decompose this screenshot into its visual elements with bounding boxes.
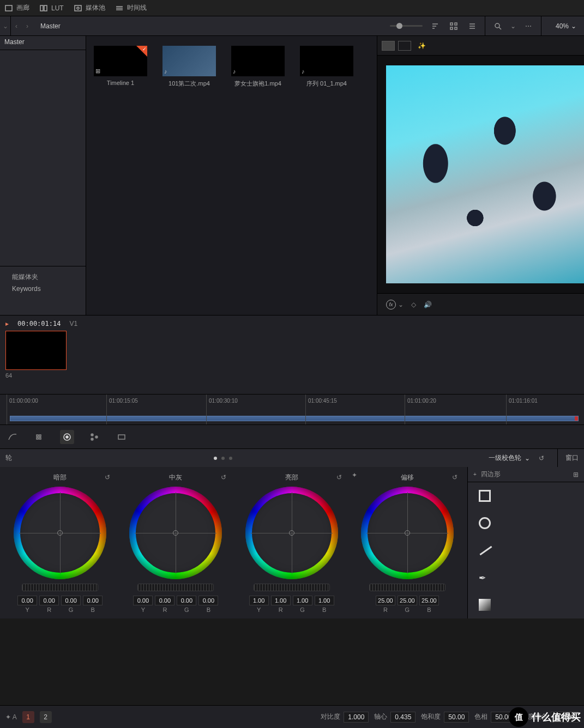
wheel-value[interactable]: 25.00 xyxy=(376,596,395,605)
bin-root[interactable]: Master xyxy=(0,36,86,50)
viewer-preview[interactable] xyxy=(377,56,584,293)
more-icon[interactable]: ⋯ xyxy=(522,20,534,32)
viewer-zoom[interactable]: 40% ⌄ xyxy=(553,22,579,30)
svg-rect-19 xyxy=(37,438,38,439)
timeline-tick: 01:00:00:00 xyxy=(7,395,38,424)
svg-point-24 xyxy=(95,436,98,438)
mediapool-tab[interactable]: 媒体池 xyxy=(74,3,105,13)
keywords-folder[interactable]: Keywords xyxy=(4,283,81,294)
selected-clip-thumb[interactable] xyxy=(5,331,67,370)
list-view-icon[interactable] xyxy=(466,20,478,32)
gallery-tab[interactable]: 画廊 xyxy=(4,3,29,13)
timeline-tick: 01:01:16:01 xyxy=(506,395,538,424)
page-2-button[interactable]: 2 xyxy=(40,711,52,723)
fx-bypass-icon[interactable]: fx xyxy=(386,300,396,310)
wheel-value[interactable]: 0.00 xyxy=(155,596,174,605)
clip-number: 64 xyxy=(5,372,579,379)
wheel-value[interactable]: 0.00 xyxy=(133,596,153,605)
color-wheel[interactable] xyxy=(361,487,454,579)
wheel-value[interactable]: 0.00 xyxy=(198,596,218,605)
magic-wand-icon[interactable]: ✨ xyxy=(418,42,426,50)
shape-label[interactable]: 四边形 xyxy=(481,470,501,479)
nodes-tab-icon[interactable] xyxy=(87,430,101,444)
curves-tab-icon[interactable] xyxy=(5,430,20,444)
color-wheel-2: 亮部↺✦1.00Y1.00R1.00G1.00B xyxy=(234,472,350,613)
jog-wheel[interactable] xyxy=(137,584,214,591)
clip-item[interactable]: ⊞Timeline 1 xyxy=(94,46,147,86)
sort-icon[interactable] xyxy=(429,20,441,32)
svg-rect-11 xyxy=(455,27,457,29)
color-wheel[interactable] xyxy=(14,487,106,579)
timeline-tab[interactable]: 时间线 xyxy=(115,3,147,13)
clip-name: 萝女士旗袍1.mp4 xyxy=(231,80,285,88)
color-wheel[interactable] xyxy=(245,487,338,579)
viewer-mode-b[interactable] xyxy=(398,41,411,51)
wheel-value[interactable]: 25.00 xyxy=(398,596,417,605)
rect-shape-tool[interactable] xyxy=(468,482,584,509)
lut-tab[interactable]: LUT xyxy=(39,4,64,13)
wheels-tab-icon[interactable] xyxy=(60,430,74,444)
reset-wheel-icon[interactable]: ↺ xyxy=(221,474,226,481)
svg-rect-17 xyxy=(37,435,38,436)
thumbnail-size-slider[interactable] xyxy=(390,25,423,27)
clip-item[interactable]: ♪萝女士旗袍1.mp4 xyxy=(231,46,285,88)
layers-icon[interactable]: ◇ xyxy=(411,301,416,308)
timeline-tick: 01:00:15:05 xyxy=(106,395,138,424)
reset-wheel-icon[interactable]: ↺ xyxy=(105,474,110,481)
svg-point-15 xyxy=(495,23,499,28)
line-shape-tool[interactable] xyxy=(468,537,584,564)
mini-timeline[interactable]: 01:00:00:0001:00:15:0501:00:30:1001:00:4… xyxy=(0,394,584,424)
viewer-panel: ✨ fx⌄ ◇ 🔊 xyxy=(377,36,584,315)
svg-rect-0 xyxy=(5,5,12,11)
timecode-display[interactable]: 00:00:01:14 xyxy=(17,320,61,327)
wheel-mode-dropdown[interactable]: 一级校色轮 ⌄ xyxy=(489,453,530,463)
jog-wheel[interactable] xyxy=(254,584,330,591)
viewer-mode-a[interactable] xyxy=(382,41,395,51)
jog-wheel[interactable] xyxy=(22,584,98,591)
svg-point-25 xyxy=(91,438,93,440)
folder-dropdown[interactable]: ⌄ xyxy=(0,16,11,36)
svg-rect-3 xyxy=(75,5,81,11)
svg-rect-18 xyxy=(39,435,41,436)
wheel-value[interactable]: 1.00 xyxy=(249,596,269,605)
smart-folder[interactable]: 能媒体夹 xyxy=(4,271,81,283)
wheel-value[interactable]: 0.00 xyxy=(61,596,81,605)
nav-forward[interactable]: › xyxy=(22,16,33,36)
svg-rect-8 xyxy=(450,23,453,25)
svg-rect-26 xyxy=(118,435,125,439)
wheel-value[interactable]: 1.00 xyxy=(271,596,291,605)
grid-view-icon[interactable] xyxy=(448,20,460,32)
qualifier-tab-icon[interactable] xyxy=(33,430,47,444)
page-1-button[interactable]: 1 xyxy=(22,711,34,723)
wheel-value[interactable]: 0.00 xyxy=(39,596,59,605)
wheel-value[interactable]: 25.00 xyxy=(419,596,439,605)
track-label: V1 xyxy=(69,320,77,327)
auto-icon[interactable]: ✦ A xyxy=(5,713,17,721)
path-bar: ⌄ ‹ › Master ⌄ ⋯ 40% ⌄ xyxy=(0,16,584,36)
jog-wheel[interactable] xyxy=(369,584,445,591)
nav-back[interactable]: ‹ xyxy=(11,16,22,36)
color-wheel[interactable] xyxy=(129,487,222,579)
circle-shape-tool[interactable] xyxy=(468,509,584,537)
wheel-value[interactable]: 1.00 xyxy=(293,596,312,605)
media-pool: ⊞Timeline 1♪101第二次.mp4♪萝女士旗袍1.mp4♪序列 01_… xyxy=(86,36,377,315)
wheel-value[interactable]: 0.00 xyxy=(83,596,103,605)
pen-shape-tool[interactable]: ✒ xyxy=(468,564,584,591)
audio-icon[interactable]: 🔊 xyxy=(424,301,432,308)
clip-item[interactable]: ♪序列 01_1.mp4 xyxy=(300,46,353,88)
gradient-shape-tool[interactable] xyxy=(468,591,584,618)
bottom-param-bar: ✦ A 1 2 对比度1.000 轴心0.435 饱和度50.00 色相50.0… xyxy=(0,705,584,728)
window-tools: +四边形⊞ ✒ xyxy=(467,467,584,618)
reset-wheel-icon[interactable]: ↺ xyxy=(452,474,457,481)
wheel-value[interactable]: 0.00 xyxy=(17,596,37,605)
reset-wheel-icon[interactable]: ↺ xyxy=(336,474,342,481)
wheel-value[interactable]: 1.00 xyxy=(315,596,334,605)
saturation-param: 饱和度50.00 xyxy=(421,712,469,723)
wheel-value[interactable]: 0.00 xyxy=(177,596,196,605)
color-wheel-1: 中灰↺0.00Y0.00R0.00G0.00B xyxy=(118,472,233,613)
clip-item[interactable]: ♪101第二次.mp4 xyxy=(162,46,216,88)
breadcrumb-master[interactable]: Master xyxy=(33,16,68,35)
reset-all-icon[interactable]: ↺ xyxy=(535,452,547,464)
search-icon[interactable] xyxy=(492,20,504,32)
effects-tab-icon[interactable] xyxy=(115,430,129,444)
